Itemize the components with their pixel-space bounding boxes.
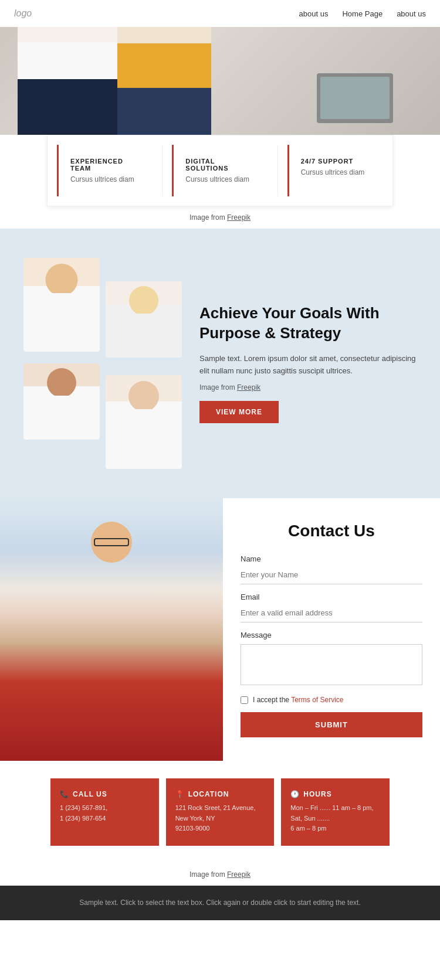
info-cards: 📞 CALL US 1 (234) 567-891, 1 (234) 987-6… [23,778,417,846]
info-card-call: 📞 CALL US 1 (234) 567-891, 1 (234) 987-6… [50,778,159,846]
name-input[interactable] [241,566,422,584]
nav-about-us-1[interactable]: about us [299,9,329,18]
feature-support: 24/7 SUPPORT Cursus ultrices diam [287,145,383,196]
feature-desc-1: Cursus ultrices diam [70,175,141,183]
feature-experienced-team: EXPERIENCED TEAM Cursus ultrices diam [57,145,153,196]
contact-section: Contact Us Name Email Message I accept t… [0,498,440,761]
info-card-location-body: 121 Rock Sreet, 21 Avenue, New York, NY … [175,803,265,834]
email-input[interactable] [241,604,422,622]
tos-link[interactable]: Terms of Service [291,696,343,704]
hero-person-right [117,18,211,135]
feature-divider-2 [277,145,278,196]
team-section: Achieve Your Goals With Purpose & Strate… [0,229,440,498]
contact-person-glasses [94,538,129,546]
phone-icon: 📞 [60,790,69,798]
team-freepik-credit: Image from Freepik [199,383,417,392]
tos-row: I accept the Terms of Service [241,696,422,704]
info-card-call-body: 1 (234) 567-891, 1 (234) 987-654 [60,803,150,824]
freepik-credit-1: Image from Freepik [0,206,440,229]
hero-laptop-screen [320,77,390,119]
team-photo-3 [23,363,100,440]
message-label: Message [241,631,422,639]
feature-title-3: 24/7 SUPPORT [301,158,371,165]
tos-checkbox[interactable] [241,696,248,704]
nav-links: about us Home Page about us [299,9,426,18]
navbar: logo about us Home Page about us [0,0,440,27]
contact-form-wrapper: Contact Us Name Email Message I accept t… [223,498,440,761]
bottom-bar: Sample text. Click to select the text bo… [0,886,440,920]
footer-freepik-credit: Image from Freepik [0,863,440,886]
feature-divider-1 [162,145,163,196]
feature-title-1: EXPERIENCED TEAM [70,158,141,172]
clock-icon: 🕐 [290,790,300,798]
freepik-link-1[interactable]: Freepik [227,213,251,222]
team-description: Sample text. Lorem ipsum dolor sit amet,… [199,353,417,377]
info-card-hours-body: Mon – Fri ...... 11 am – 8 pm, Sat, Sun … [290,803,380,834]
nav-home-page[interactable]: Home Page [342,9,383,18]
email-field-group: Email [241,593,422,622]
location-icon: 📍 [175,790,185,798]
submit-button[interactable]: SUBMIT [241,712,422,737]
logo: logo [14,8,32,19]
name-label: Name [241,554,422,563]
features-strip: EXPERIENCED TEAM Cursus ultrices diam DI… [47,135,393,206]
message-textarea[interactable] [241,644,422,685]
team-photo-1 [23,258,100,352]
name-field-group: Name [241,554,422,584]
view-more-button[interactable]: VIEW MORE [199,401,279,423]
nav-about-us-2[interactable]: about us [397,9,426,18]
info-cards-section: 📞 CALL US 1 (234) 567-891, 1 (234) 987-6… [0,761,440,863]
hero-laptop [317,73,393,123]
team-photo-2 [106,281,182,358]
info-card-location: 📍 LOCATION 121 Rock Sreet, 21 Avenue, Ne… [166,778,275,846]
contact-title: Contact Us [241,522,422,540]
info-card-hours-title: 🕐 HOURS [290,790,380,798]
contact-image [0,498,223,761]
feature-desc-3: Cursus ultrices diam [301,168,371,176]
team-content: Achieve Your Goals With Purpose & Strate… [194,304,417,423]
message-field-group: Message [241,631,422,688]
email-label: Email [241,593,422,601]
info-card-location-title: 📍 LOCATION [175,790,265,798]
contact-person-bg [0,498,223,761]
feature-desc-2: Cursus ultrices diam [185,175,256,183]
team-photos [23,258,182,469]
bottom-bar-text: Sample text. Click to select the text bo… [79,899,361,907]
feature-digital-solutions: DIGITAL SOLUTIONS Cursus ultrices diam [172,145,268,196]
team-photo-4 [106,375,182,469]
feature-title-2: DIGITAL SOLUTIONS [185,158,256,172]
features-container: EXPERIENCED TEAM Cursus ultrices diam DI… [0,135,440,206]
footer-freepik-link[interactable]: Freepik [227,870,251,879]
tos-text: I accept the Terms of Service [253,696,344,704]
info-card-call-title: 📞 CALL US [60,790,150,798]
info-card-hours: 🕐 HOURS Mon – Fri ...... 11 am – 8 pm, S… [281,778,390,846]
team-title: Achieve Your Goals With Purpose & Strate… [199,304,417,343]
team-freepik-link[interactable]: Freepik [237,383,260,392]
